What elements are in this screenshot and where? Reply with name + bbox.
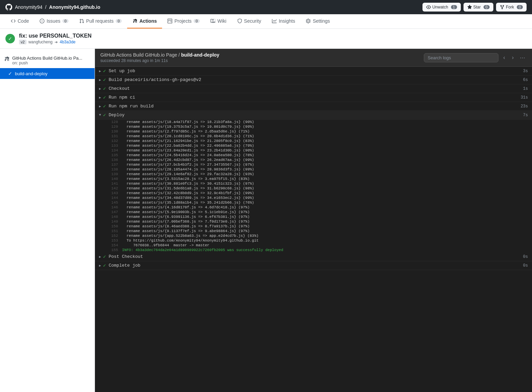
pr-icon: [79, 19, 84, 23]
step-row[interactable]: ▶✓Set up job3s: [95, 67, 532, 76]
step-row[interactable]: ▶✓Run npm ci31s: [95, 93, 532, 102]
tab-code[interactable]: Code: [5, 14, 34, 28]
step-check-icon: ✓: [103, 254, 106, 260]
step-row[interactable]: ▶✓Checkout1s: [95, 84, 532, 93]
log-line: 143 rename assets/js/{32.42c8b0d9.js => …: [95, 191, 532, 195]
workflow-name: GitHub Actions Build GitHub.io Pa...: [12, 56, 91, 61]
log-content[interactable]: ▶✓Set up job3s▶✓Build peaceiris/actions-…: [95, 67, 532, 392]
tab-issues[interactable]: Issues 0: [34, 14, 74, 28]
line-number: 141: [104, 182, 118, 186]
log-line: 140 rename assets/js/{3.5315ac28.js => 3…: [95, 177, 532, 181]
log-line: 144 rename assets/js/{34.48d37d89.js => …: [95, 195, 532, 200]
log-panel: GitHub Actions Build GitHub.io Page / bu…: [95, 49, 532, 392]
commit-author: wangfucheng: [28, 40, 53, 44]
step-row[interactable]: ▶✓Build peaceiris/actions-gh-pages@v26s: [95, 76, 532, 84]
commit-info: fix: use PERSONAL_TOKEN v2 wangfucheng ➔…: [19, 33, 92, 44]
log-line: 149 rename assets/js/{7.00bef360.js => 7…: [95, 219, 532, 224]
left-sidebar: GitHub Actions Build GitHub.io Pa... on:…: [0, 49, 95, 392]
github-icon: [5, 4, 12, 11]
commit-title: fix: use PERSONAL_TOKEN: [19, 33, 92, 39]
tab-pulls[interactable]: Pull requests 0: [74, 14, 127, 28]
tab-code-label: Code: [18, 18, 29, 24]
step-check-icon: ✓: [103, 68, 106, 74]
log-line: 131 rename assets/js/{20.1cd8196c.js => …: [95, 134, 532, 139]
tab-security[interactable]: Security: [232, 14, 267, 28]
line-number: 136: [104, 158, 118, 162]
step-duration: 7s: [523, 113, 528, 118]
watch-button[interactable]: Unwatch 1: [422, 3, 461, 12]
tab-wiki[interactable]: Wiki: [205, 14, 232, 28]
log-header: GitHub Actions Build GitHub.io Page / bu…: [95, 49, 532, 67]
step-check-icon: ✓: [103, 263, 106, 268]
log-prev-button[interactable]: ‹: [501, 53, 507, 62]
line-text: rename assets/js/{22.ba02b4dd.js => 22.4…: [122, 144, 254, 148]
step-duration: 3s: [523, 69, 528, 74]
step-check-icon: ✓: [103, 112, 106, 118]
star-button[interactable]: Star 0: [464, 3, 493, 12]
line-number: 131: [104, 134, 118, 138]
line-number: 147: [104, 210, 118, 214]
log-next-button[interactable]: ›: [510, 53, 516, 62]
repo-link[interactable]: Anonymity94.github.io: [49, 4, 100, 10]
step-name: Run npm ci: [109, 95, 520, 100]
issues-badge: 0: [62, 19, 68, 23]
step-row[interactable]: ▶✓Complete job0s: [95, 261, 532, 270]
log-line: 139 rename assets/js/{29.14e6af82.js => …: [95, 172, 532, 177]
line-text: rename assets/js/{23.84a20ed1.js => 23.2…: [122, 148, 254, 152]
owner-link[interactable]: Anonymity94: [15, 4, 42, 10]
step-row[interactable]: ▼✓Deploy7s: [95, 111, 532, 120]
tab-settings[interactable]: Settings: [300, 14, 335, 28]
step-name: Deploy: [109, 112, 523, 118]
job-item-build-and-deploy[interactable]: ✓ build-and-deploy: [0, 68, 95, 79]
insights-icon: [272, 19, 277, 23]
line-text: rename assets/js/{18.a4a71f87.js => 18.2…: [122, 120, 254, 124]
line-text: rename assets/js/{3.5315ac28.js => 3.ea9…: [122, 177, 250, 181]
line-text: rename assets/js/{26.4d2cbd87.js => 26.2…: [122, 158, 254, 162]
workflow-info: GitHub Actions Build GitHub.io Pa... on:…: [12, 56, 91, 65]
log-more-button[interactable]: ⋯: [518, 53, 527, 62]
eye-icon: [426, 5, 431, 9]
projects-badge: 0: [194, 19, 200, 23]
log-line: 146 rename assets/js/{4.16d8170f.js => 4…: [95, 205, 532, 210]
line-text: rename assets/js/{20.1cd8196c.js => 20.6…: [122, 134, 254, 138]
search-logs-input[interactable]: [424, 53, 498, 62]
line-number: 142: [104, 186, 118, 190]
tab-projects[interactable]: Projects 0: [162, 14, 205, 28]
log-line: 154 7676038..9fb6844 master -> master: [95, 243, 532, 248]
commit-tag: v2: [19, 40, 26, 44]
line-text: rename assets/js/{32.42c8b0d9.js => 32.9…: [122, 191, 254, 195]
fork-button[interactable]: Fork 0: [496, 3, 527, 12]
line-number: 128: [104, 120, 118, 124]
commit-status-icon: ✓: [5, 34, 15, 43]
projects-icon: [168, 19, 172, 23]
line-number: 144: [104, 196, 118, 200]
line-number: 135: [104, 153, 118, 157]
step-row[interactable]: ▶✓Run npm run build23s: [95, 102, 532, 111]
line-number: 130: [104, 129, 118, 133]
security-icon: [237, 19, 242, 23]
settings-icon: [306, 19, 311, 23]
code-icon: [11, 19, 16, 23]
log-header-left: GitHub Actions Build GitHub.io Page / bu…: [100, 52, 219, 63]
workflow-item[interactable]: GitHub Actions Build GitHub.io Pa... on:…: [0, 53, 95, 68]
log-breadcrumb-workflow: GitHub Actions Build GitHub.io Page: [100, 52, 177, 58]
header: Anonymity94 / Anonymity94.github.io Unwa…: [0, 0, 532, 14]
log-line: 141 rename assets/js/{30.881e0fc3.js => …: [95, 181, 532, 186]
step-duration: 31s: [520, 95, 528, 100]
commit-bar: ✓ fix: use PERSONAL_TOKEN v2 wangfucheng…: [0, 29, 532, 49]
line-text: rename assets/js/{7.00bef360.js => 7.f0d…: [122, 220, 250, 224]
line-number: 140: [104, 177, 118, 181]
line-text: rename assets/js/{24.5b416d24.js => 24.0…: [122, 153, 254, 157]
fork-icon: [500, 5, 505, 9]
tab-actions[interactable]: Actions: [127, 14, 162, 28]
wiki-icon: [211, 19, 215, 23]
step-name: Set up job: [109, 68, 523, 74]
line-text: rename assets/js/{28.185a4474.js => 28.9…: [122, 167, 254, 171]
commit-sha[interactable]: 4b3a3de: [60, 40, 76, 44]
line-text: rename assets/js/{2.f797d85c.js => 2.d5a…: [122, 129, 250, 133]
tab-security-label: Security: [244, 18, 261, 24]
line-text: rename assets/js/{4.16d8170f.js => 4.6d7…: [122, 205, 250, 209]
line-text: rename assets/js/{21.162941be.js => 21.2…: [122, 139, 254, 143]
step-row[interactable]: ▶✓Post Checkout0s: [95, 252, 532, 261]
tab-insights[interactable]: Insights: [267, 14, 300, 28]
